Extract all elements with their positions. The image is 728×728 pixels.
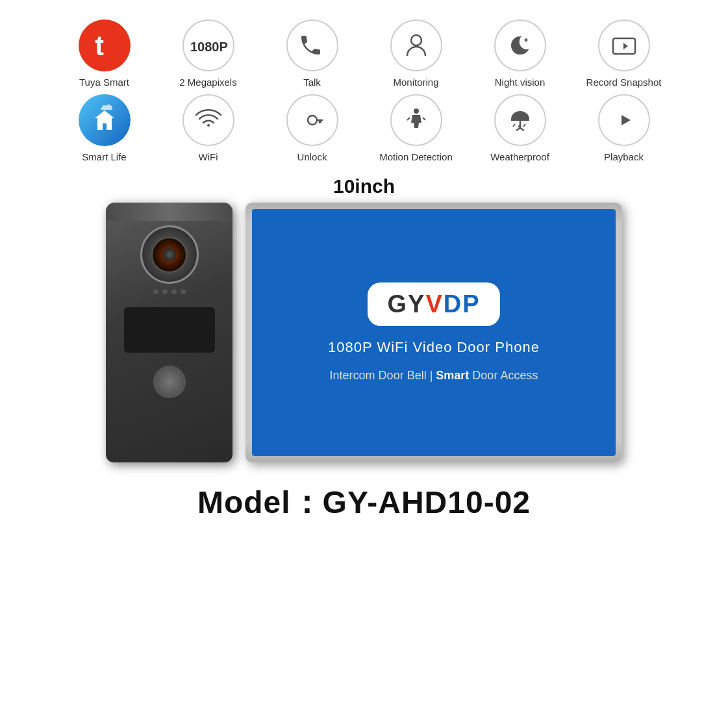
feature-unlock: Unlock	[260, 94, 364, 162]
svg-point-2	[411, 35, 421, 45]
ir-led-1	[153, 289, 158, 294]
features-row-1: t Tuya Smart 1080P 2 Megapixels	[13, 19, 715, 88]
product-section: GYVDP 1080P WiFi Video Door Phone Interc…	[13, 203, 715, 462]
ir-led-4	[181, 289, 186, 294]
unlock-label: Unlock	[297, 151, 327, 162]
monitor: GYVDP 1080P WiFi Video Door Phone Interc…	[245, 203, 622, 462]
motion-detection-icon	[390, 94, 442, 146]
tuya-icon: t	[79, 19, 131, 71]
svg-marker-12	[621, 115, 631, 125]
features-row-2: Smart Life WiFi	[13, 94, 715, 162]
talk-label: Talk	[303, 77, 321, 88]
record-snapshot-label: Record Snapshot	[586, 77, 662, 88]
doorbell-camera	[106, 203, 232, 462]
camera-button[interactable]	[153, 366, 186, 398]
talk-svg	[298, 31, 327, 60]
weatherproof-label: Weatherproof	[490, 151, 549, 162]
megapixels-label: 2 Megapixels	[179, 77, 236, 88]
feature-megapixels: 1080P 2 Megapixels	[157, 19, 260, 88]
weatherproof-svg	[506, 106, 534, 134]
feature-smart-life: Smart Life	[53, 94, 157, 162]
night-vision-svg: ✦	[506, 31, 534, 60]
monitor-model-text: 1080P WiFi Video Door Phone	[328, 339, 540, 356]
megapixels-icon: 1080P	[182, 19, 234, 71]
camera-lens-outer	[140, 225, 199, 284]
playback-label: Playback	[604, 151, 644, 162]
page-wrapper: t Tuya Smart 1080P 2 Megapixels	[0, 0, 728, 728]
wifi-icon	[182, 94, 234, 146]
camera-lens-core	[163, 248, 176, 261]
monitoring-icon	[390, 19, 442, 71]
motion-detection-label: Motion Detection	[379, 151, 453, 162]
svg-text:t: t	[95, 31, 104, 61]
wifi-label: WiFi	[199, 151, 218, 162]
motion-detection-svg	[402, 106, 431, 134]
monitor-sub-smart: Smart	[436, 369, 469, 382]
feature-night-vision: ✦ Night vision	[468, 19, 572, 88]
monitor-logo: GYVDP	[368, 282, 499, 326]
unlock-svg	[298, 106, 327, 134]
feature-motion-detection: Motion Detection	[364, 94, 468, 162]
monitor-sub-text: Intercom Door Bell | Smart Door Access	[330, 369, 538, 383]
size-label: 10inch	[333, 175, 395, 197]
feature-tuya-smart: t Tuya Smart	[53, 19, 157, 88]
model-text: Model：GY-AHD10-02	[197, 482, 531, 523]
megapixels-svg: 1080P	[189, 36, 228, 55]
weatherproof-icon	[494, 94, 546, 146]
features-section: t Tuya Smart 1080P 2 Megapixels	[13, 19, 715, 169]
playback-svg	[610, 106, 638, 134]
camera-panel	[124, 307, 215, 353]
tuya-logo-svg: t	[88, 29, 121, 62]
monitoring-svg	[402, 31, 431, 60]
feature-wifi: WiFi	[157, 94, 260, 162]
camera-ir-leds	[153, 289, 186, 294]
monitoring-label: Monitoring	[393, 77, 438, 88]
feature-record-snapshot: Record Snapshot	[572, 19, 676, 88]
svg-text:✦: ✦	[523, 36, 529, 45]
smart-life-icon	[79, 94, 131, 146]
talk-icon	[286, 19, 338, 71]
unlock-icon	[286, 94, 338, 146]
tuya-smart-label: Tuya Smart	[79, 77, 129, 88]
smart-life-svg	[88, 104, 121, 136]
ir-led-3	[171, 289, 177, 294]
wifi-svg	[194, 106, 223, 134]
night-vision-icon: ✦	[494, 19, 546, 71]
record-snapshot-svg	[610, 31, 638, 60]
record-snapshot-icon	[598, 19, 650, 71]
feature-playback: Playback	[572, 94, 676, 162]
svg-text:1080P: 1080P	[190, 40, 228, 54]
camera-top-bar	[106, 203, 232, 221]
night-vision-label: Night vision	[495, 77, 546, 88]
monitor-screen: GYVDP 1080P WiFi Video Door Phone Interc…	[252, 209, 616, 456]
svg-point-6	[308, 116, 317, 125]
svg-point-10	[414, 108, 419, 114]
camera-lens-inner	[151, 237, 187, 273]
feature-weatherproof: Weatherproof	[468, 94, 572, 162]
model-section: Model：GY-AHD10-02	[197, 482, 531, 523]
feature-talk: Talk	[260, 19, 364, 88]
playback-icon	[598, 94, 650, 146]
svg-marker-5	[623, 43, 628, 49]
ir-led-2	[162, 289, 168, 294]
feature-monitoring: Monitoring	[364, 19, 468, 88]
monitor-brand: GYVDP	[387, 290, 480, 318]
smart-life-label: Smart Life	[82, 151, 126, 162]
